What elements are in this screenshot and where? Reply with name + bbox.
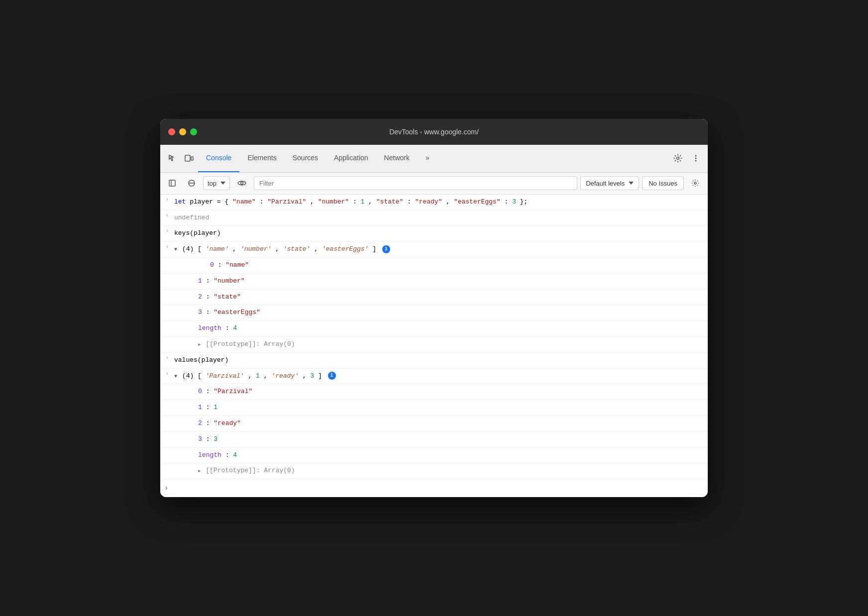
console-line-4: ‹ ▼ (4) [ 'name' , 'number' , 'state' , … — [160, 242, 708, 258]
line-content-8: 3 : "easterEggs" — [174, 307, 704, 319]
line-gutter-9 — [160, 322, 174, 323]
line-gutter-6 — [160, 275, 174, 276]
svg-point-3 — [695, 155, 697, 157]
line-expand-1[interactable]: › — [160, 196, 174, 203]
console-input[interactable] — [170, 485, 708, 492]
eye-icon[interactable] — [233, 176, 251, 190]
line-content-11: values(player) — [174, 354, 704, 367]
prototype-expand-icon[interactable]: ▶ — [198, 342, 201, 347]
line-content-1: let player = { "name" : "Parzival" , "nu… — [174, 196, 704, 208]
line-content-5: 0 : "name" — [186, 259, 704, 272]
console-line-2: ‹ undefined — [160, 210, 708, 226]
svg-point-5 — [695, 160, 697, 162]
line-expand-11[interactable]: › — [160, 354, 174, 361]
console-line-15: 2 : "ready" — [160, 416, 708, 432]
console-line-13: 0 : "Parzival" — [160, 384, 708, 400]
toolbar-right — [670, 150, 704, 166]
line-content-9: length : 4 — [174, 322, 704, 335]
tab-console[interactable]: Console — [198, 145, 239, 172]
svg-rect-1 — [191, 157, 193, 160]
line-content-2: undefined — [174, 212, 704, 224]
console-line-1: › let player = { "name" : "Parzival" , "… — [160, 195, 708, 210]
devtools-window: DevTools - www.google.com/ Console Eleme… — [160, 119, 708, 497]
collapse-arrow-icon[interactable]: ▼ — [174, 247, 177, 252]
svg-point-2 — [677, 157, 679, 160]
svg-point-11 — [694, 182, 696, 184]
line-content-18[interactable]: ▶ [[Prototype]]: Array(0) — [174, 465, 704, 477]
line-content-15: 2 : "ready" — [174, 417, 704, 430]
console-area: › let player = { "name" : "Parzival" , "… — [160, 195, 708, 497]
console-line-8: 3 : "easterEggs" — [160, 305, 708, 321]
console-line-7: 2 : "state" — [160, 290, 708, 306]
collapse-arrow-icon-2[interactable]: ▼ — [174, 374, 177, 379]
traffic-lights — [168, 128, 197, 135]
window-title: DevTools - www.google.com/ — [389, 128, 479, 136]
svg-point-4 — [695, 158, 697, 159]
line-gutter-12: ‹ — [160, 370, 174, 377]
tab-sources[interactable]: Sources — [285, 145, 326, 172]
line-gutter-18 — [160, 465, 174, 466]
line-gutter-5 — [172, 259, 186, 260]
clear-console-button[interactable] — [183, 176, 200, 190]
line-content-14: 1 : 1 — [174, 402, 704, 414]
context-selector[interactable]: top — [203, 176, 230, 190]
line-content-12[interactable]: ▼ (4) [ 'Parzival' , 1 , 'ready' , 3 ] i — [174, 370, 704, 383]
svg-rect-6 — [169, 180, 175, 186]
svg-rect-0 — [185, 155, 190, 161]
console-line-14: 1 : 1 — [160, 400, 708, 416]
console-line-11: › values(player) — [160, 353, 708, 369]
info-badge-1[interactable]: i — [382, 245, 390, 253]
line-gutter-2: ‹ — [160, 212, 174, 218]
inspect-element-icon[interactable] — [164, 150, 180, 166]
prototype-expand-icon-2[interactable]: ▶ — [198, 469, 201, 474]
close-button[interactable] — [168, 128, 175, 135]
titlebar: DevTools - www.google.com/ — [160, 119, 708, 145]
line-content-17: length : 4 — [174, 449, 704, 462]
prompt-symbol: › — [164, 484, 168, 492]
line-content-13: 0 : "Parzival" — [174, 386, 704, 398]
sidebar-toggle-button[interactable] — [164, 176, 180, 190]
toolbar: Console Elements Sources Application Net… — [160, 145, 708, 173]
subbar: top Default levels No Issues — [160, 173, 708, 195]
console-line-17: length : 4 — [160, 448, 708, 464]
info-badge-2[interactable]: i — [328, 372, 336, 380]
tab-more[interactable]: » — [418, 145, 437, 172]
line-content-6: 1 : "number" — [174, 275, 704, 288]
device-toggle-icon[interactable] — [181, 150, 197, 166]
tab-network[interactable]: Network — [376, 145, 418, 172]
line-content-10[interactable]: ▶ [[Prototype]]: Array(0) — [174, 338, 704, 351]
tab-elements[interactable]: Elements — [239, 145, 284, 172]
line-gutter-8 — [160, 307, 174, 308]
console-line-18: ▶ [[Prototype]]: Array(0) — [160, 463, 708, 479]
minimize-button[interactable] — [179, 128, 186, 135]
line-gutter-16 — [160, 433, 174, 434]
line-gutter-4: ‹ — [160, 243, 174, 250]
line-content-3: keys(player) — [174, 227, 704, 240]
line-expand-3[interactable]: › — [160, 227, 174, 234]
line-content-7: 2 : "state" — [174, 291, 704, 304]
console-line-5: 0 : "name" — [160, 258, 708, 274]
line-gutter-10 — [160, 338, 174, 339]
console-line-10: ▶ [[Prototype]]: Array(0) — [160, 337, 708, 353]
more-options-icon[interactable] — [688, 150, 704, 166]
line-gutter-7 — [160, 291, 174, 292]
line-gutter-15 — [160, 417, 174, 418]
console-line-6: 1 : "number" — [160, 274, 708, 290]
console-settings-icon[interactable] — [687, 176, 704, 190]
tab-bar: Console Elements Sources Application Net… — [198, 145, 669, 172]
line-content-16: 3 : 3 — [174, 433, 704, 446]
tab-application[interactable]: Application — [326, 145, 376, 172]
svg-point-10 — [241, 182, 243, 185]
console-line-9: length : 4 — [160, 321, 708, 337]
console-line-3: › keys(player) — [160, 226, 708, 242]
console-line-12: ‹ ▼ (4) [ 'Parzival' , 1 , 'ready' , 3 ]… — [160, 369, 708, 385]
settings-icon[interactable] — [670, 150, 686, 166]
line-content-4[interactable]: ▼ (4) [ 'name' , 'number' , 'state' , 'e… — [174, 243, 704, 256]
console-prompt: › — [160, 479, 708, 497]
log-levels-button[interactable]: Default levels — [580, 176, 639, 190]
line-gutter-13 — [160, 386, 174, 387]
issues-button[interactable]: No Issues — [642, 176, 684, 190]
filter-input[interactable] — [254, 176, 577, 190]
maximize-button[interactable] — [190, 128, 197, 135]
line-gutter-14 — [160, 402, 174, 403]
